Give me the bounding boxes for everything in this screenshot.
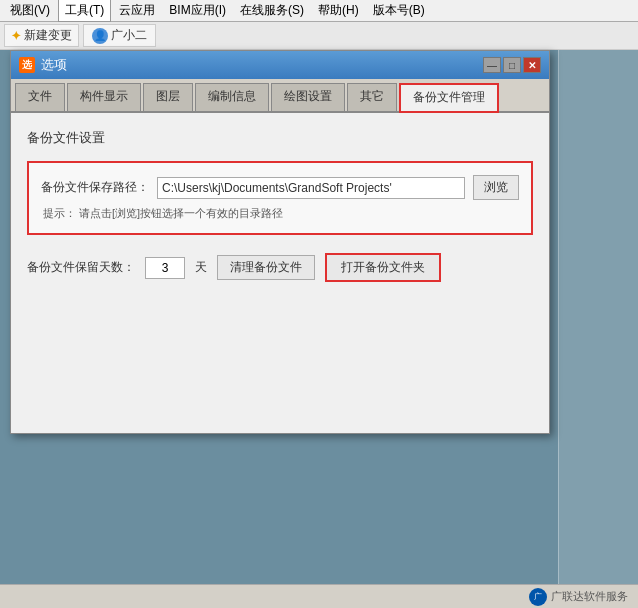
tab-layer[interactable]: 图层: [143, 83, 193, 111]
menu-view[interactable]: 视图(V): [4, 0, 56, 21]
menu-cloud[interactable]: 云应用: [113, 0, 161, 21]
tab-other[interactable]: 其它: [347, 83, 397, 111]
path-section: 备份文件保存路径： 浏览 提示： 请点击[浏览]按钮选择一个有效的目录路径: [27, 161, 533, 235]
dialog-title-left: 选 选项: [19, 56, 67, 74]
dialog-window-controls: — □ ✕: [483, 57, 541, 73]
open-folder-button[interactable]: 打开备份文件夹: [325, 253, 441, 282]
clear-backup-button[interactable]: 清理备份文件: [217, 255, 315, 280]
new-change-button[interactable]: ✦ 新建变更: [4, 24, 79, 47]
new-change-icon: ✦: [11, 29, 21, 43]
tab-component[interactable]: 构件显示: [67, 83, 141, 111]
dialog-titlebar: 选 选项 — □ ✕: [11, 51, 549, 79]
options-dialog: 选 选项 — □ ✕ 文件 构件显示 图层 编制信息 绘图设置 其它 备份文件管…: [10, 50, 550, 434]
tab-edit-info[interactable]: 编制信息: [195, 83, 269, 111]
minimize-button[interactable]: —: [483, 57, 501, 73]
path-row: 备份文件保存路径： 浏览: [41, 175, 519, 200]
menu-online[interactable]: 在线服务(S): [234, 0, 310, 21]
menu-bim[interactable]: BIM应用(I): [163, 0, 232, 21]
user-avatar-icon: 👤: [92, 28, 108, 44]
user-label: 广小二: [111, 27, 147, 44]
days-label: 备份文件保留天数：: [27, 259, 135, 276]
menu-bar: 视图(V) 工具(T) 云应用 BIM应用(I) 在线服务(S) 帮助(H) 版…: [0, 0, 638, 22]
days-unit: 天: [195, 259, 207, 276]
close-button[interactable]: ✕: [523, 57, 541, 73]
browse-button[interactable]: 浏览: [473, 175, 519, 200]
section-title: 备份文件设置: [27, 129, 533, 147]
days-input[interactable]: [145, 257, 185, 279]
hint-text: 提示： 请点击[浏览]按钮选择一个有效的目录路径: [41, 206, 519, 221]
status-bar: 广 广联达软件服务: [0, 584, 638, 608]
toolbar: ✦ 新建变更 👤 广小二: [0, 22, 638, 50]
restore-button[interactable]: □: [503, 57, 521, 73]
menu-tools[interactable]: 工具(T): [58, 0, 111, 22]
path-input[interactable]: [157, 177, 465, 199]
dialog-title: 选项: [41, 56, 67, 74]
tab-backup[interactable]: 备份文件管理: [399, 83, 499, 113]
dialog-overlay: 选 选项 — □ ✕ 文件 构件显示 图层 编制信息 绘图设置 其它 备份文件管…: [10, 50, 550, 434]
days-section: 备份文件保留天数： 天 清理备份文件 打开备份文件夹: [27, 253, 533, 282]
tab-file[interactable]: 文件: [15, 83, 65, 111]
brand-text: 广联达软件服务: [551, 589, 628, 604]
user-button[interactable]: 👤 广小二: [83, 24, 156, 47]
right-panel-bg: [558, 50, 638, 608]
dialog-tabs: 文件 构件显示 图层 编制信息 绘图设置 其它 备份文件管理: [11, 79, 549, 113]
new-change-label: 新建变更: [24, 27, 72, 44]
dialog-app-icon: 选: [19, 57, 35, 73]
path-label: 备份文件保存路径：: [41, 179, 149, 196]
menu-version[interactable]: 版本号(B): [367, 0, 431, 21]
brand-logo-icon: 广: [529, 588, 547, 606]
menu-help[interactable]: 帮助(H): [312, 0, 365, 21]
dialog-content: 备份文件设置 备份文件保存路径： 浏览 提示： 请点击[浏览]按钮选择一个有效的…: [11, 113, 549, 433]
tab-drawing[interactable]: 绘图设置: [271, 83, 345, 111]
